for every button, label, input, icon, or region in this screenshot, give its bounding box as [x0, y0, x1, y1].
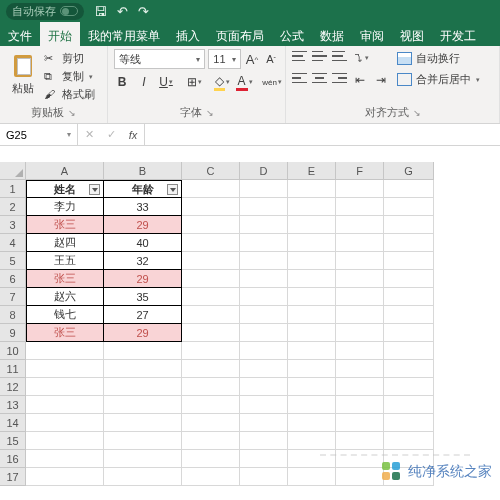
confirm-formula-button[interactable]: ✓: [100, 128, 122, 141]
cell[interactable]: 钱七: [26, 306, 104, 324]
cell[interactable]: [182, 270, 240, 288]
cell[interactable]: 29: [104, 216, 182, 234]
row-header[interactable]: 16: [0, 450, 26, 468]
cell[interactable]: [384, 252, 434, 270]
cell[interactable]: [288, 342, 336, 360]
cell[interactable]: [336, 396, 384, 414]
cell[interactable]: [104, 378, 182, 396]
dialog-launcher-icon[interactable]: ↘: [68, 108, 76, 118]
cell[interactable]: [240, 360, 288, 378]
cell[interactable]: [288, 324, 336, 342]
redo-icon[interactable]: ↷: [138, 4, 149, 19]
cell[interactable]: [384, 378, 434, 396]
cell[interactable]: [182, 450, 240, 468]
grow-font-button[interactable]: A^: [244, 50, 260, 68]
cell[interactable]: [104, 414, 182, 432]
cell[interactable]: [26, 432, 104, 450]
cell[interactable]: 赵四: [26, 234, 104, 252]
cell[interactable]: 29: [104, 270, 182, 288]
cut-button[interactable]: ✂ 剪切: [44, 51, 95, 66]
orientation-button[interactable]: ⭝▾: [352, 49, 369, 67]
row-header[interactable]: 1: [0, 180, 26, 198]
insert-function-button[interactable]: fx: [122, 129, 144, 141]
autosave-toggle[interactable]: 自动保存: [6, 3, 84, 20]
cell[interactable]: [336, 324, 384, 342]
cell[interactable]: [336, 270, 384, 288]
cell[interactable]: 张三: [26, 270, 104, 288]
cell[interactable]: 张三: [26, 324, 104, 342]
cell[interactable]: [336, 360, 384, 378]
font-size-combo[interactable]: 11 ▾: [208, 49, 241, 69]
cell[interactable]: [240, 234, 288, 252]
cell[interactable]: [240, 216, 288, 234]
cell[interactable]: [336, 234, 384, 252]
tab-7[interactable]: 审阅: [352, 22, 392, 46]
cell[interactable]: 姓名: [26, 180, 104, 198]
cell[interactable]: 年龄: [104, 180, 182, 198]
row-header[interactable]: 9: [0, 324, 26, 342]
cell[interactable]: 王五: [26, 252, 104, 270]
cell[interactable]: [384, 198, 434, 216]
cell[interactable]: [182, 198, 240, 216]
cell[interactable]: 赵六: [26, 288, 104, 306]
filter-dropdown-icon[interactable]: [167, 184, 178, 195]
cell[interactable]: [240, 414, 288, 432]
cell[interactable]: [182, 252, 240, 270]
cancel-formula-button[interactable]: ✕: [78, 128, 100, 141]
decrease-indent-button[interactable]: ⇤: [352, 71, 368, 89]
cell[interactable]: [336, 252, 384, 270]
undo-icon[interactable]: ↶: [117, 4, 128, 19]
cell[interactable]: [288, 180, 336, 198]
cell[interactable]: [182, 468, 240, 486]
tab-4[interactable]: 页面布局: [208, 22, 272, 46]
cell[interactable]: [240, 180, 288, 198]
cell[interactable]: [288, 198, 336, 216]
cell[interactable]: [182, 288, 240, 306]
cell[interactable]: [384, 180, 434, 198]
row-header[interactable]: 4: [0, 234, 26, 252]
row-header[interactable]: 17: [0, 468, 26, 486]
column-header[interactable]: D: [240, 162, 288, 180]
cell[interactable]: 32: [104, 252, 182, 270]
cell[interactable]: [240, 324, 288, 342]
cell[interactable]: [182, 180, 240, 198]
align-center-button[interactable]: [312, 71, 327, 85]
save-icon[interactable]: 🖫: [94, 4, 107, 19]
filter-dropdown-icon[interactable]: [89, 184, 100, 195]
row-header[interactable]: 12: [0, 378, 26, 396]
column-header[interactable]: C: [182, 162, 240, 180]
cell[interactable]: [240, 198, 288, 216]
font-name-combo[interactable]: 等线 ▾: [114, 49, 205, 69]
align-right-button[interactable]: [332, 71, 347, 85]
dialog-launcher-icon[interactable]: ↘: [413, 108, 421, 118]
cell[interactable]: [240, 468, 288, 486]
increase-indent-button[interactable]: ⇥: [373, 71, 389, 89]
font-color-button[interactable]: A▾: [236, 73, 252, 91]
phonetic-button[interactable]: wén▾: [264, 73, 280, 91]
cell[interactable]: [288, 360, 336, 378]
cell[interactable]: [182, 432, 240, 450]
cell[interactable]: 29: [104, 324, 182, 342]
cell[interactable]: [26, 414, 104, 432]
cell[interactable]: [182, 306, 240, 324]
tab-0[interactable]: 文件: [0, 22, 40, 46]
row-header[interactable]: 7: [0, 288, 26, 306]
column-header[interactable]: F: [336, 162, 384, 180]
cell[interactable]: [384, 360, 434, 378]
cell[interactable]: [288, 288, 336, 306]
cell[interactable]: [182, 396, 240, 414]
row-header[interactable]: 2: [0, 198, 26, 216]
tab-5[interactable]: 公式: [272, 22, 312, 46]
cell[interactable]: [336, 306, 384, 324]
tab-3[interactable]: 插入: [168, 22, 208, 46]
cell[interactable]: [288, 414, 336, 432]
bold-button[interactable]: B: [114, 73, 130, 91]
cell[interactable]: [240, 450, 288, 468]
cell[interactable]: [182, 414, 240, 432]
cell[interactable]: [182, 234, 240, 252]
cell[interactable]: 27: [104, 306, 182, 324]
cell[interactable]: [26, 342, 104, 360]
cell[interactable]: [240, 396, 288, 414]
tab-2[interactable]: 我的常用菜单: [80, 22, 168, 46]
formula-bar-input[interactable]: [145, 124, 500, 145]
